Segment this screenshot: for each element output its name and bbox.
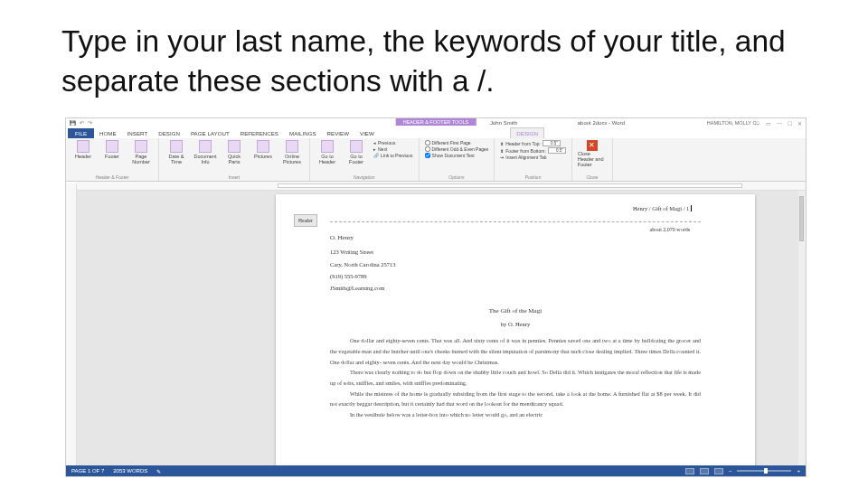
page-number-button[interactable]: Page Number — [129, 140, 153, 164]
quick-access-toolbar[interactable]: 💾 ↶ ↷ — [70, 120, 92, 126]
group-label: Position — [525, 174, 542, 180]
vertical-scrollbar[interactable] — [798, 191, 806, 465]
different-odd-even-checkbox[interactable]: Different Odd & Even Pages — [425, 146, 489, 152]
vertical-ruler[interactable] — [66, 183, 77, 465]
phone: (919) 555-9789 — [330, 271, 701, 282]
quick-parts-button[interactable]: Quick Parts — [222, 140, 246, 164]
next-button[interactable]: ▸Next — [373, 146, 413, 152]
tab-references[interactable]: REFERENCES — [235, 128, 284, 138]
tab-mailings[interactable]: MAILINGS — [284, 128, 322, 138]
address-line-1: 123 Writing Street — [330, 247, 701, 258]
tab-insert[interactable]: INSERT — [122, 128, 154, 138]
save-icon[interactable]: 💾 — [70, 120, 76, 126]
tab-review[interactable]: REVIEW — [322, 128, 354, 138]
group-label: Header & Footer — [96, 174, 129, 180]
group-label: Navigation — [354, 174, 375, 180]
scrollbar-thumb[interactable] — [799, 196, 804, 241]
body-paragraph: While the mistress of the home is gradua… — [330, 389, 701, 409]
zoom-slider[interactable] — [737, 470, 791, 472]
header-from-top-spinner[interactable]: ⬍Header from Top:0.5" — [500, 140, 565, 146]
undo-icon[interactable]: ↶ — [80, 120, 84, 126]
tab-design[interactable]: DESIGN — [153, 128, 185, 138]
maximize-icon[interactable]: ☐ — [788, 120, 792, 127]
tab-header-footer-design[interactable]: DESIGN — [510, 127, 544, 138]
redo-icon[interactable]: ↷ — [88, 120, 92, 126]
different-first-page-checkbox[interactable]: Different First Page — [425, 140, 489, 145]
document-title-suffix: about 2docx - Word — [578, 120, 625, 126]
group-navigation: Go to Header Go to Footer ◂Previous ▸Nex… — [310, 138, 420, 181]
page-header-text[interactable]: Henry / Gift of Magi / 1 — [633, 203, 692, 214]
online-pictures-button[interactable]: Online Pictures — [280, 140, 304, 164]
address-line-2: Cary, North Carolina 25713 — [330, 259, 701, 270]
zoom-out-button[interactable]: − — [729, 468, 732, 474]
footer-button[interactable]: Footer — [100, 140, 124, 159]
close-window-icon[interactable]: ✕ — [797, 120, 802, 127]
web-layout-view-button[interactable] — [714, 468, 723, 474]
author-name: O. Henry — [330, 232, 701, 244]
link-to-previous-button[interactable]: 🔗Link to Previous — [373, 153, 413, 158]
group-close: ✕ Close Header and Footer Close — [572, 138, 613, 181]
body-paragraph: In the vestibule below was a letter-box … — [330, 409, 701, 420]
show-document-text-checkbox[interactable]: Show Document Text — [425, 153, 489, 158]
header-boundary — [330, 221, 701, 222]
ribbon-display-icon[interactable]: ▭ — [766, 120, 771, 127]
group-label: Close — [586, 174, 598, 180]
word-window: 💾 ↶ ↷ HEADER & FOOTER TOOLS John Smith a… — [65, 117, 807, 477]
ribbon: Header Footer Page Number Header & Foote… — [66, 138, 806, 182]
tab-home[interactable]: HOME — [94, 128, 122, 138]
goto-footer-button[interactable]: Go to Footer — [344, 140, 368, 164]
close-icon: ✕ — [587, 140, 598, 151]
page[interactable]: Henry / Gift of Magi / 1 Header about 2,… — [276, 194, 755, 465]
footer-from-bottom-spinner[interactable]: ⬍Footer from Bottom:0.5" — [500, 147, 565, 154]
email: JSmith@Learning.com — [330, 283, 701, 294]
signed-in-user[interactable]: HAMILTON, MOLLY C... — [707, 120, 760, 126]
status-bar: PAGE 1 OF 7 2053 WORDS ✎ − + — [66, 465, 806, 476]
previous-button[interactable]: ◂Previous — [373, 140, 413, 145]
title-bar: 💾 ↶ ↷ HEADER & FOOTER TOOLS John Smith a… — [66, 118, 806, 127]
byline: by O. Henry — [330, 319, 701, 330]
header-button[interactable]: Header — [71, 140, 95, 159]
minimize-icon[interactable]: — — [777, 120, 782, 127]
zoom-in-button[interactable]: + — [797, 468, 800, 474]
group-options: Different First Page Different Odd & Eve… — [420, 138, 495, 181]
print-layout-view-button[interactable] — [700, 468, 709, 474]
tab-view[interactable]: VIEW — [354, 128, 380, 138]
date-time-button[interactable]: Date & Time — [165, 140, 188, 164]
word-count-indicator[interactable]: 2053 WORDS — [113, 468, 147, 474]
tab-file[interactable]: FILE — [68, 128, 94, 138]
group-label: Insert — [229, 174, 241, 180]
goto-header-button[interactable]: Go to Header — [316, 140, 339, 164]
pictures-button[interactable]: Pictures — [251, 140, 275, 159]
document-viewport[interactable]: Henry / Gift of Magi / 1 Header about 2,… — [77, 191, 806, 465]
ribbon-tabs: FILE HOME INSERT DESIGN PAGE LAYOUT REFE… — [66, 127, 806, 138]
insert-alignment-tab-button[interactable]: ⇥Insert Alignment Tab — [500, 155, 565, 160]
document-info-button[interactable]: Document Info — [193, 140, 217, 164]
group-label: Options — [448, 174, 464, 180]
page-indicator[interactable]: PAGE 1 OF 7 — [71, 468, 104, 474]
header-tag[interactable]: Header — [294, 214, 317, 227]
group-position: ⬍Header from Top:0.5" ⬍Footer from Botto… — [495, 138, 571, 181]
body-paragraph: One dollar and eighty-seven cents. That … — [330, 335, 701, 367]
group-header-footer: Header Footer Page Number Header & Foote… — [66, 138, 159, 181]
close-header-footer-button[interactable]: ✕ Close Header and Footer — [578, 140, 607, 167]
tab-page-layout[interactable]: PAGE LAYOUT — [185, 128, 235, 138]
group-insert: Date & Time Document Info Quick Parts Pi… — [159, 138, 310, 181]
body-paragraph: There was clearly nothing to do but flop… — [330, 367, 701, 388]
slide-instruction-text: Type in your last name, the keywords of … — [61, 22, 807, 100]
feedback-icon[interactable]: ☺ — [755, 120, 760, 127]
horizontal-ruler[interactable] — [77, 182, 806, 191]
document-name: John Smith — [490, 120, 517, 126]
contextual-tab-title: HEADER & FOOTER TOOLS — [396, 118, 476, 126]
word-count-text: about 2,070 words — [650, 225, 691, 235]
read-mode-view-button[interactable] — [685, 468, 694, 474]
spellcheck-icon[interactable]: ✎ — [156, 468, 161, 474]
story-title: The Gift of the Magi — [330, 305, 701, 317]
